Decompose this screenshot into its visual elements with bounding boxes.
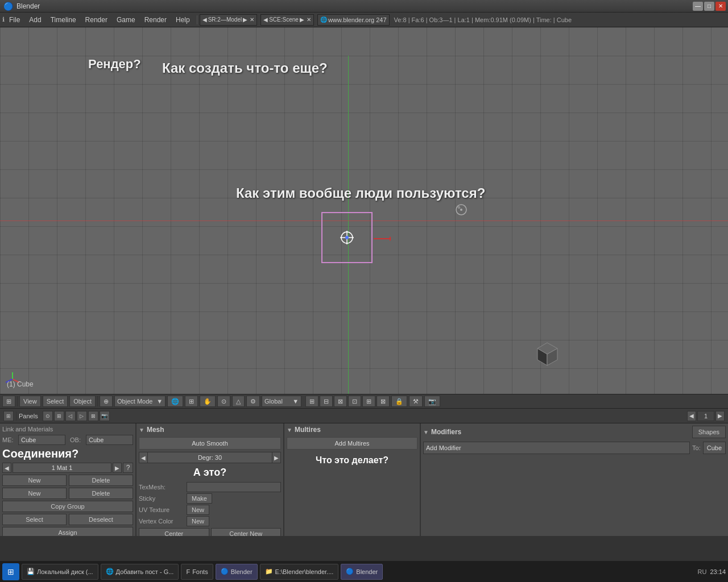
tray-lang: RU xyxy=(698,568,707,575)
taskbar-item-3[interactable]: 🔵 Blender xyxy=(216,564,258,580)
page-prev[interactable]: ◀ xyxy=(687,411,696,421)
info-bar: Ve:8 | Fa:6 | Ob:3—1 | La:1 | Mem:0.91M … xyxy=(394,16,572,23)
tools-icon[interactable]: ⚒ xyxy=(409,396,423,407)
delete-btn-2[interactable]: Delete xyxy=(69,488,133,499)
uv-new-btn[interactable]: New xyxy=(187,505,209,515)
clock: 23:14 xyxy=(710,568,726,575)
assign-btn[interactable]: Assign xyxy=(2,527,133,536)
auto-smooth-btn[interactable]: Auto Smooth xyxy=(139,437,281,450)
degr-right-btn[interactable]: ▶ xyxy=(272,452,281,463)
new-delete-row-1: New Delete xyxy=(2,475,133,486)
scene-selector-2[interactable]: ◀ SCE:Scene ▶ ✕ xyxy=(260,14,314,26)
panel-icon-5[interactable]: ⊠ xyxy=(88,411,98,421)
taskbar-label-5: Blender xyxy=(356,568,378,575)
page-next[interactable]: ▶ xyxy=(715,411,725,421)
snap-2[interactable]: ⊙ xyxy=(217,396,230,407)
view-menu[interactable]: View xyxy=(19,396,41,407)
viewport-layout-1[interactable]: ⊞ xyxy=(305,396,318,407)
mode-dropdown[interactable]: Object Mode ▼ xyxy=(114,396,166,407)
center-new-btn[interactable]: Center New xyxy=(211,528,282,536)
menu-add[interactable]: Add xyxy=(24,15,46,25)
select-btn[interactable]: Select xyxy=(2,514,67,525)
viewport-shading-1[interactable]: 🌐 xyxy=(167,396,183,407)
uv-texture-label: UV Texture xyxy=(139,506,184,513)
panel-icon-4[interactable]: ▷ xyxy=(77,411,87,421)
add-multires-btn[interactable]: Add Multires xyxy=(287,437,417,450)
mesh-arrow: ▼ xyxy=(139,427,144,433)
menu-render[interactable]: Render xyxy=(140,15,171,25)
degr-left-btn[interactable]: ◀ xyxy=(139,452,148,463)
new-delete-row-2: New Delete xyxy=(2,488,133,499)
modifiers-arrow: ▼ xyxy=(423,429,429,435)
snap-3[interactable]: ⚙ xyxy=(246,396,260,407)
mode-dropdown-arrow: ▼ xyxy=(156,398,163,405)
delete-btn-1[interactable]: Delete xyxy=(69,475,133,486)
panel-toggle[interactable]: ⊞ xyxy=(2,396,15,407)
shapes-tab[interactable]: Shapes xyxy=(692,426,726,438)
vertex-new-btn[interactable]: New xyxy=(187,516,209,526)
close-button[interactable]: ✕ xyxy=(715,2,726,11)
props-area: Link and Materials ME: Cube OB: Cube Сое… xyxy=(0,423,728,536)
tex-mesh-field[interactable] xyxy=(187,482,281,492)
viewport-layout-5[interactable]: ⊞ xyxy=(362,396,375,407)
center-btn[interactable]: Center xyxy=(139,528,209,536)
menu-bar: ℹ File Add Timeline Render Game Render H… xyxy=(0,13,728,27)
menu-help[interactable]: Help xyxy=(171,15,195,25)
viewport-layout-2[interactable]: ⊟ xyxy=(320,396,333,407)
viewport-text-create: Как создать что-то еще? xyxy=(162,60,328,76)
website-btn[interactable]: 🌐 www.blender.org 247 xyxy=(317,14,390,26)
viewport-layout-6[interactable]: ⊠ xyxy=(377,396,390,407)
taskbar-item-1[interactable]: 🌐 Добавить пост - G... xyxy=(101,564,179,580)
snap-icon[interactable]: ✋ xyxy=(200,396,216,407)
copy-group-btn[interactable]: Copy Group xyxy=(2,501,133,512)
global-dropdown[interactable]: Global ▼ xyxy=(262,396,301,407)
render-icon[interactable]: 📷 xyxy=(424,396,440,407)
menu-game[interactable]: Game xyxy=(112,15,140,25)
viewport-layout-3[interactable]: ⊠ xyxy=(334,396,347,407)
viewport-shading-2[interactable]: ⊞ xyxy=(185,396,198,407)
panel-icon-3[interactable]: ◁ xyxy=(65,411,76,421)
degr-field[interactable]: Degr: 30 xyxy=(148,452,272,463)
sticky-make-btn[interactable]: Make xyxy=(187,493,212,504)
panel-icon-1[interactable]: ⊙ xyxy=(43,411,53,421)
mat-slot[interactable]: 1 Mat 1 xyxy=(13,463,111,473)
orbit-icon xyxy=(455,203,468,216)
taskbar-label-2: Fonts xyxy=(192,568,208,575)
object-menu[interactable]: Object xyxy=(69,396,96,407)
panel-icon-6[interactable]: 📷 xyxy=(100,411,110,421)
mat-nav-left[interactable]: ◀ xyxy=(2,463,11,473)
menu-timeline[interactable]: Timeline xyxy=(46,15,81,25)
taskbar-item-2[interactable]: F Fonts xyxy=(181,564,213,580)
me-field[interactable]: Cube xyxy=(18,435,65,445)
scene-selector-1[interactable]: ◀ SR:2—Model ▶ ✕ xyxy=(200,14,257,26)
ob-field[interactable]: Cube xyxy=(86,435,133,445)
mat-nav-right[interactable]: ▶ xyxy=(113,463,122,473)
viewport-text-render: Рендер? xyxy=(88,57,141,72)
scene-name-1: SR:2—Model xyxy=(208,16,242,23)
add-modifier-btn[interactable]: Add Modifier xyxy=(423,442,690,454)
modifier-target[interactable]: Cube xyxy=(703,442,726,454)
mat-num-btn[interactable]: ? xyxy=(123,463,133,473)
viewport-layout-4[interactable]: ⊡ xyxy=(348,396,361,407)
lock-icon[interactable]: 🔒 xyxy=(391,396,407,407)
taskbar-item-4[interactable]: 📁 E:\Blender\blender.... xyxy=(260,564,339,580)
multires-section-header: ▼ Multires xyxy=(287,426,417,434)
taskbar-item-0[interactable]: 💾 Локальный диск (... xyxy=(22,564,98,580)
taskbar-item-5[interactable]: 🔵 Blender xyxy=(341,564,383,580)
select-menu[interactable]: Select xyxy=(43,396,68,407)
deselect-btn[interactable]: Deselect xyxy=(69,514,133,525)
start-button[interactable]: ⊞ xyxy=(2,563,19,580)
taskbar-icon-5: 🔵 xyxy=(346,568,354,575)
minimize-button[interactable]: — xyxy=(693,2,703,11)
maximize-button[interactable]: □ xyxy=(704,2,714,11)
viewport-3d[interactable]: Рендер? Как создать что-то еще? Как этим… xyxy=(0,27,728,394)
menu-file[interactable]: File xyxy=(5,15,24,25)
menu-render-game[interactable]: Render xyxy=(81,15,112,25)
transform-icon[interactable]: ⊕ xyxy=(100,396,113,407)
new-btn-1[interactable]: New xyxy=(2,475,67,486)
sticky-label: Sticky xyxy=(139,495,184,502)
panels-toggle[interactable]: ⊞ xyxy=(3,411,14,421)
new-btn-2[interactable]: New xyxy=(2,488,67,499)
panel-icon-2[interactable]: ⊞ xyxy=(54,411,64,421)
pivot-icon[interactable]: △ xyxy=(232,396,245,407)
